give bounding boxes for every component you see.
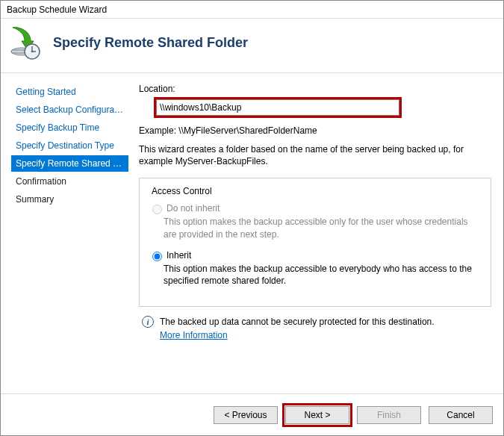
- info-row: i The backed up data cannot be securely …: [139, 316, 491, 341]
- backup-wizard-icon: [8, 25, 44, 60]
- sidebar-item-specify-backup-time[interactable]: Specify Backup Time: [11, 119, 128, 136]
- radio-do-not-inherit: [152, 205, 162, 214]
- sidebar-item-label: Select Backup Configurat...: [16, 105, 124, 115]
- sidebar-item-specify-remote-shared-folder[interactable]: Specify Remote Shared F...: [11, 155, 128, 172]
- wizard-content: Location: Example: \\MyFileServer\Shared…: [131, 73, 503, 393]
- more-information-link[interactable]: More Information: [160, 329, 228, 341]
- radio-do-not-inherit-label: Do not inherit: [167, 203, 220, 214]
- wizard-header: Specify Remote Shared Folder: [1, 19, 503, 73]
- next-button[interactable]: Next >: [285, 406, 349, 424]
- radio-do-not-inherit-desc: This option makes the backup accessible …: [164, 216, 482, 240]
- page-title: Specify Remote Shared Folder: [53, 35, 248, 51]
- sidebar-item-label: Specify Backup Time: [16, 122, 99, 133]
- radio-inherit[interactable]: [152, 252, 162, 261]
- radio-inherit-desc: This option makes the backup accessible …: [164, 263, 482, 287]
- location-highlight-box: [154, 97, 402, 118]
- info-text: The backed up data cannot be securely pr…: [160, 317, 435, 327]
- location-input[interactable]: [156, 99, 399, 116]
- info-icon: i: [142, 316, 154, 328]
- sidebar-item-label: Summary: [16, 194, 54, 205]
- wizard-sidebar: Getting Started Select Backup Configurat…: [1, 73, 131, 393]
- radio-inherit-label: Inherit: [167, 250, 191, 261]
- previous-button[interactable]: < Previous: [214, 406, 278, 424]
- sidebar-item-label: Confirmation: [16, 176, 66, 187]
- sidebar-item-specify-destination-type[interactable]: Specify Destination Type: [11, 137, 128, 154]
- sidebar-item-select-backup-config[interactable]: Select Backup Configurat...: [11, 102, 128, 118]
- sidebar-item-confirmation[interactable]: Confirmation: [11, 173, 128, 190]
- window-title: Backup Schedule Wizard: [1, 1, 503, 19]
- sidebar-item-summary[interactable]: Summary: [11, 191, 128, 208]
- wizard-footer: < Previous Next > Finish Cancel: [1, 393, 503, 435]
- radio-do-not-inherit-row: Do not inherit: [149, 202, 482, 214]
- sidebar-item-label: Getting Started: [16, 87, 76, 97]
- wizard-body: Getting Started Select Backup Configurat…: [1, 73, 503, 393]
- sidebar-item-label: Specify Remote Shared F...: [16, 158, 125, 169]
- finish-button: Finish: [357, 406, 421, 424]
- location-label: Location:: [139, 84, 491, 94]
- radio-inherit-row: Inherit: [149, 249, 482, 261]
- location-description: This wizard creates a folder based on th…: [139, 143, 491, 167]
- location-example: Example: \\MyFileServer\SharedFolderName: [139, 125, 491, 136]
- info-text-block: The backed up data cannot be securely pr…: [160, 316, 435, 341]
- wizard-window: Backup Schedule Wizard Specify Remote Sh…: [0, 0, 504, 436]
- access-control-group: Access Control Do not inherit This optio…: [139, 178, 491, 307]
- cancel-button[interactable]: Cancel: [429, 406, 493, 424]
- access-control-legend: Access Control: [149, 186, 215, 196]
- sidebar-item-label: Specify Destination Type: [16, 140, 114, 151]
- sidebar-item-getting-started[interactable]: Getting Started: [11, 84, 128, 100]
